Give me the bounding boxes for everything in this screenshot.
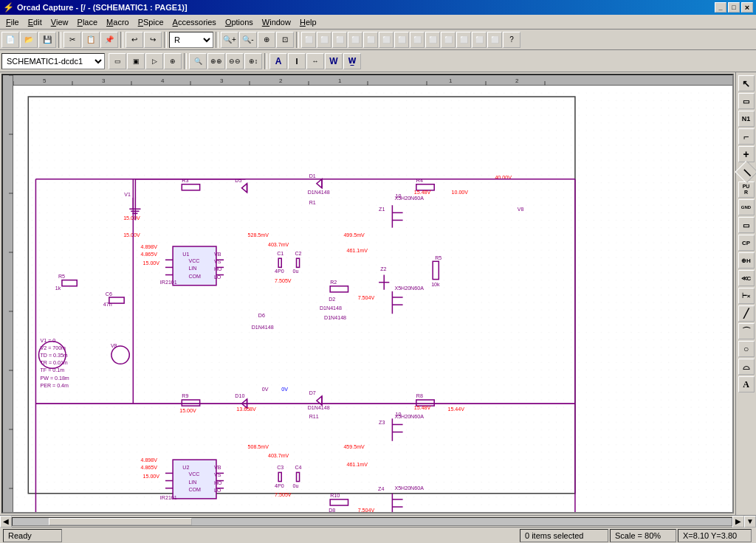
menu-view[interactable]: View	[47, 15, 73, 29]
h-scroll-thumb[interactable]	[49, 518, 193, 525]
sep2	[120, 32, 123, 48]
line-button[interactable]: ╱	[738, 305, 755, 322]
toolbar2: SCHEMATIC1-dcdc1 ▭ ▣ ▷ ⊕ 🔍 ⊕⊕ ⊖⊖ ⊕↕ A I …	[0, 50, 756, 72]
menu-bar: File Edit View Place Macro PSpice Access…	[0, 15, 756, 30]
tb-b1[interactable]: ⬜	[301, 32, 316, 48]
help-button[interactable]: ?	[503, 32, 520, 48]
restore-button[interactable]: □	[728, 2, 740, 13]
svg-text:4.865V: 4.865V	[140, 252, 157, 257]
tb-b13[interactable]: ⬜	[487, 32, 502, 48]
menu-window[interactable]: Window	[258, 15, 295, 29]
svg-text:10k: 10k	[431, 282, 440, 288]
select-tool-button[interactable]: ↖	[738, 75, 755, 91]
sch-b10[interactable]: I	[288, 53, 306, 69]
sch-b11[interactable]: ↔	[306, 53, 324, 69]
svg-text:C6: C6	[106, 291, 112, 297]
pwr-button[interactable]: PUR	[738, 181, 755, 198]
sch-b12[interactable]: W	[325, 53, 343, 69]
new-button[interactable]: 📄	[1, 32, 19, 48]
n1-button[interactable]: N1	[738, 111, 755, 127]
undo-button[interactable]: ↩	[126, 32, 143, 48]
zoom-out-button[interactable]: 🔍-	[239, 32, 257, 48]
menu-edit[interactable]: Edit	[24, 15, 47, 29]
sch-b1[interactable]: ▭	[109, 53, 126, 69]
sch-b6[interactable]: ⊕⊕	[207, 53, 225, 69]
zoom-fit-button[interactable]: ⊡	[276, 32, 294, 48]
save-button[interactable]: 💾	[38, 32, 56, 48]
schematic-dropdown[interactable]: SCHEMATIC1-dcdc1	[1, 53, 105, 69]
menu-options[interactable]: Options	[221, 15, 258, 29]
tb-b7[interactable]: ⬜	[394, 32, 409, 48]
zoom-in-button[interactable]: 🔍+	[221, 32, 238, 48]
gnd-button[interactable]: GND	[738, 199, 755, 215]
sep1	[58, 32, 61, 48]
kc-button[interactable]: ≪C	[738, 270, 755, 286]
redo-button[interactable]: ↪	[144, 32, 162, 48]
arc-button[interactable]: ⌒	[738, 323, 755, 339]
tb-b3[interactable]: ⬜	[332, 32, 347, 48]
ph-button[interactable]: ⊕H	[738, 252, 755, 269]
svg-text:0V: 0V	[281, 387, 288, 392]
arc2-button[interactable]: ⌓	[738, 359, 755, 375]
tb-b11[interactable]: ⬜	[456, 32, 471, 48]
svg-text:X5H20N60A: X5H20N60A	[394, 286, 424, 291]
canvas-area[interactable]: 5 3 4 3 2 1 1 2	[1, 74, 734, 513]
menu-accessories[interactable]: Accessories	[168, 15, 221, 29]
tb-b8[interactable]: ⬜	[410, 32, 425, 48]
sch-b8[interactable]: ⊕↕	[244, 53, 262, 69]
sch-b5[interactable]: 🔍	[189, 53, 207, 69]
menu-macro[interactable]: Macro	[102, 15, 134, 29]
hx-button[interactable]: ⊢×	[738, 288, 755, 304]
svg-text:LO: LO	[214, 488, 221, 494]
title-text: ⚡ Orcad Capture - [/ - (SCHEMATIC1 : PAG…	[3, 2, 188, 13]
scroll-down-button[interactable]: ▼	[744, 516, 756, 528]
svg-text:1k: 1k	[55, 286, 61, 291]
menu-place[interactable]: Place	[73, 15, 103, 29]
tb-b9[interactable]: ⬜	[425, 32, 440, 48]
menu-help[interactable]: Help	[295, 15, 321, 29]
minimize-button[interactable]: _	[715, 2, 726, 13]
main-area: 5 3 4 3 2 1 1 2	[0, 72, 756, 515]
zoom-area-button[interactable]: ⊕	[258, 32, 275, 48]
filter-dropdown[interactable]: R	[169, 32, 213, 48]
title-bar: ⚡ Orcad Capture - [/ - (SCHEMATIC1 : PAG…	[0, 0, 756, 15]
scroll-left-button[interactable]: ◀	[0, 516, 12, 528]
svg-text:3: 3	[220, 77, 224, 84]
copy-button[interactable]: 📋	[82, 32, 100, 48]
schematic-svg-area[interactable]: V1 = 0 V2 = 700m TD = 0.35m TR = 0.01m T…	[13, 86, 732, 512]
sep4	[216, 32, 219, 48]
tb-b12[interactable]: ⬜	[472, 32, 487, 48]
open-button[interactable]: 📂	[20, 32, 38, 48]
cp-button[interactable]: CP	[738, 235, 755, 251]
scroll-right-button[interactable]: ▶	[732, 516, 744, 528]
tb-b5[interactable]: ⬜	[363, 32, 378, 48]
sch-b9[interactable]: A	[269, 53, 287, 69]
menu-pspice[interactable]: PSpice	[134, 15, 168, 29]
svg-text:D7: D7	[309, 390, 316, 396]
paste-button[interactable]: 📌	[100, 32, 118, 48]
circle-button[interactable]: ○	[738, 341, 755, 357]
tb-b2[interactable]: ⬜	[317, 32, 331, 48]
horizontal-scrollbar[interactable]: ◀ ▶ ▼	[0, 515, 756, 527]
svg-text:4P0: 4P0	[275, 269, 284, 275]
rect-select-button[interactable]: ▭	[738, 93, 755, 109]
tb-b4[interactable]: ⬜	[348, 32, 362, 48]
tb-b10[interactable]: ⬜	[441, 32, 456, 48]
menu-file[interactable]: File	[1, 15, 24, 29]
diagonal-button[interactable]: |	[735, 160, 756, 183]
h-scroll-track[interactable]	[12, 517, 732, 526]
ready-label: Ready	[8, 531, 32, 540]
ruler-left	[3, 75, 13, 512]
sch-b7[interactable]: ⊖⊖	[226, 53, 244, 69]
close-button[interactable]: ×	[741, 2, 753, 13]
text-tool-button[interactable]: A	[738, 376, 755, 392]
sch-b3[interactable]: ▷	[145, 53, 163, 69]
svg-text:403.7mV: 403.7mV	[268, 453, 289, 459]
box-button[interactable]: ▭	[738, 217, 755, 233]
sch-b13[interactable]: W̲	[343, 53, 361, 69]
sch-b2[interactable]: ▣	[127, 53, 145, 69]
cut-button[interactable]: ✂	[63, 32, 81, 48]
tb-b6[interactable]: ⬜	[379, 32, 394, 48]
sch-b4[interactable]: ⊕	[164, 53, 182, 69]
elbow-button[interactable]: ⌐	[738, 128, 755, 145]
